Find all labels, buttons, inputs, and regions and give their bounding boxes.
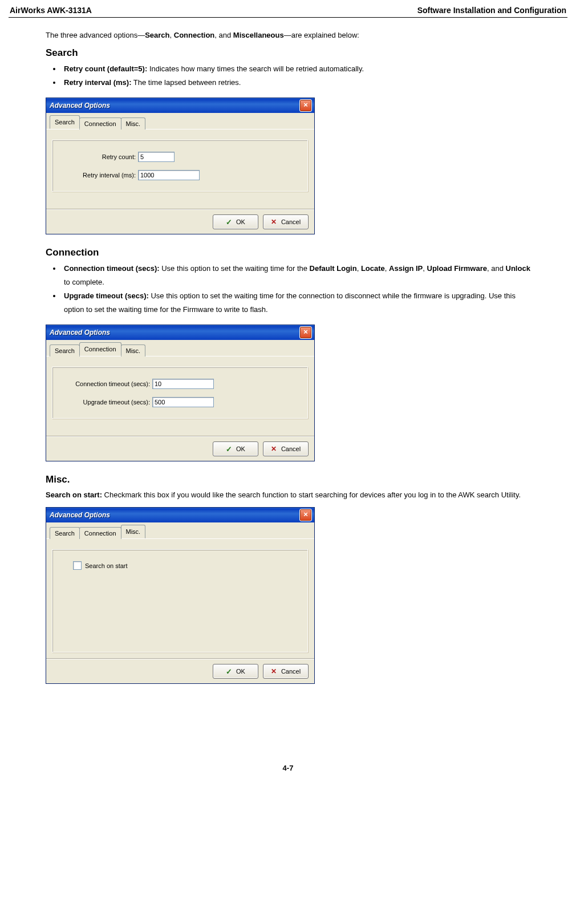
tab-misc[interactable]: Misc. bbox=[121, 525, 146, 538]
tab-connection[interactable]: Connection bbox=[79, 527, 121, 539]
ok-button[interactable]: OK bbox=[213, 441, 258, 456]
tab-misc[interactable]: Misc. bbox=[121, 345, 146, 356]
search-heading: Search bbox=[46, 47, 530, 59]
check-icon bbox=[226, 667, 234, 675]
search-on-start-label: Search on start bbox=[85, 562, 128, 569]
upgrade-timeout-input[interactable] bbox=[152, 397, 214, 407]
advanced-options-dialog-connection: Advanced Options × Search Connection Mis… bbox=[46, 325, 315, 461]
retry-interval-input[interactable] bbox=[138, 170, 200, 180]
search-on-start-checkbox[interactable] bbox=[73, 561, 82, 570]
misc-paragraph: Search on start: Checkmark this box if y… bbox=[46, 489, 530, 501]
tab-search[interactable]: Search bbox=[50, 345, 80, 356]
intro-paragraph: The three advanced options—Search, Conne… bbox=[46, 29, 530, 42]
intro-prefix: The three advanced options— bbox=[46, 31, 145, 39]
x-icon bbox=[271, 445, 279, 453]
tab-misc[interactable]: Misc. bbox=[121, 117, 146, 129]
check-icon bbox=[226, 445, 234, 453]
close-icon[interactable]: × bbox=[299, 99, 312, 112]
conn-timeout-input[interactable] bbox=[152, 379, 214, 389]
cancel-button[interactable]: Cancel bbox=[263, 664, 309, 679]
dialog-title: Advanced Options bbox=[50, 329, 110, 337]
dialog-title: Advanced Options bbox=[50, 102, 110, 110]
conn-timeout-label: Connection timeout (secs): bbox=[62, 380, 152, 387]
tab-connection[interactable]: Connection bbox=[79, 342, 121, 356]
intro-bold-connection: Connection bbox=[174, 31, 215, 39]
intro-bold-misc: Miscellaneous bbox=[233, 31, 284, 39]
ok-button[interactable]: OK bbox=[213, 664, 258, 679]
connection-bullet-upgrade: Upgrade timeout (secs): Use this option … bbox=[62, 289, 530, 317]
header-right: Software Installation and Configuration bbox=[417, 6, 566, 15]
cancel-button[interactable]: Cancel bbox=[263, 441, 309, 456]
tab-connection[interactable]: Connection bbox=[79, 117, 121, 129]
cancel-button[interactable]: Cancel bbox=[263, 214, 309, 229]
intro-bold-search: Search bbox=[145, 31, 169, 39]
check-icon bbox=[226, 218, 234, 226]
connection-bullet-timeout: Connection timeout (secs): Use this opti… bbox=[62, 262, 530, 289]
header-left: AirWorks AWK-3131A bbox=[10, 6, 92, 15]
x-icon bbox=[271, 667, 279, 675]
misc-heading: Misc. bbox=[46, 474, 530, 485]
retry-count-label: Retry count: bbox=[62, 153, 138, 160]
search-bullet-retry-interval: Retry interval (ms): The time lapsed bet… bbox=[62, 76, 530, 90]
advanced-options-dialog-search: Advanced Options × Search Connection Mis… bbox=[46, 98, 315, 234]
upgrade-timeout-label: Upgrade timeout (secs): bbox=[62, 399, 152, 406]
tab-search[interactable]: Search bbox=[50, 527, 80, 539]
tab-search[interactable]: Search bbox=[50, 115, 80, 129]
x-icon bbox=[271, 218, 279, 226]
page-number: 4-7 bbox=[9, 764, 567, 772]
dialog-title: Advanced Options bbox=[50, 511, 110, 519]
ok-button[interactable]: OK bbox=[213, 214, 258, 229]
advanced-options-dialog-misc: Advanced Options × Search Connection Mis… bbox=[46, 507, 315, 684]
retry-count-input[interactable] bbox=[138, 152, 175, 162]
connection-heading: Connection bbox=[46, 247, 530, 258]
retry-interval-label: Retry interval (ms): bbox=[62, 172, 138, 179]
search-bullet-retry-count: Retry count (default=5): Indicates how m… bbox=[62, 62, 530, 76]
close-icon[interactable]: × bbox=[299, 326, 312, 339]
close-icon[interactable]: × bbox=[299, 509, 312, 521]
